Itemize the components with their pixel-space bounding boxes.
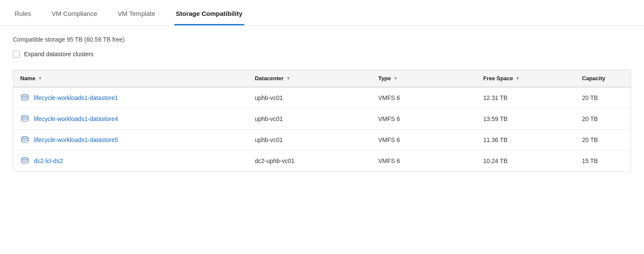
datastore-icon bbox=[20, 156, 30, 166]
cell-type: VMFS 6 bbox=[371, 109, 476, 130]
cell-type: VMFS 6 bbox=[371, 130, 476, 151]
svg-point-0 bbox=[21, 94, 28, 97]
col-header-freespace[interactable]: Free Space ▼ bbox=[476, 70, 575, 87]
col-header-name[interactable]: Name ▼ bbox=[13, 70, 248, 87]
sort-icon-datacenter: ▼ bbox=[286, 76, 291, 81]
datastore-link[interactable]: lifecycle-workloads1-datastore4 bbox=[34, 115, 118, 122]
expand-clusters-checkbox[interactable] bbox=[13, 51, 20, 57]
cell-name: dc2-lcl-ds2 bbox=[13, 151, 248, 172]
tab-bar: Rules VM Compliance VM Template Storage … bbox=[0, 0, 644, 26]
table-row: lifecycle-workloads1-datastore4 uphb-vc0… bbox=[13, 109, 631, 130]
cell-type: VMFS 6 bbox=[371, 87, 476, 109]
main-content: Compatible storage 95 TB (60.59 TB free)… bbox=[0, 26, 644, 182]
datastore-icon bbox=[20, 93, 30, 103]
table-header-row: Name ▼ Datacenter ▼ Type ▼ bbox=[13, 70, 631, 87]
tab-vm-compliance[interactable]: VM Compliance bbox=[50, 10, 99, 25]
datastore-icon bbox=[20, 114, 30, 124]
datastore-icon bbox=[20, 135, 30, 145]
col-header-capacity[interactable]: Capacity bbox=[575, 70, 631, 87]
cell-capacity: 20 TB bbox=[575, 109, 631, 130]
svg-point-2 bbox=[21, 136, 28, 139]
cell-datacenter: uphb-vc01 bbox=[248, 87, 371, 109]
sort-icon-name: ▼ bbox=[38, 76, 42, 81]
cell-capacity: 15 TB bbox=[575, 151, 631, 172]
storage-table-container: Name ▼ Datacenter ▼ Type ▼ bbox=[13, 70, 631, 172]
datastore-link[interactable]: dc2-lcl-ds2 bbox=[34, 157, 63, 164]
sort-icon-freespace: ▼ bbox=[516, 76, 520, 81]
svg-point-1 bbox=[21, 115, 28, 118]
svg-point-3 bbox=[21, 157, 28, 160]
summary-text: Compatible storage 95 TB (60.59 TB free) bbox=[13, 36, 631, 43]
storage-table: Name ▼ Datacenter ▼ Type ▼ bbox=[13, 70, 631, 171]
col-header-datacenter[interactable]: Datacenter ▼ bbox=[248, 70, 371, 87]
table-row: dc2-lcl-ds2 dc2-uphb-vc01VMFS 610.24 TB1… bbox=[13, 151, 631, 172]
cell-datacenter: uphb-vc01 bbox=[248, 109, 371, 130]
cell-datacenter: dc2-uphb-vc01 bbox=[248, 151, 371, 172]
cell-capacity: 20 TB bbox=[575, 130, 631, 151]
expand-clusters-row[interactable]: Expand datastore clusters bbox=[13, 51, 631, 57]
cell-freespace: 10.24 TB bbox=[476, 151, 575, 172]
table-row: lifecycle-workloads1-datastore5 uphb-vc0… bbox=[13, 130, 631, 151]
cell-freespace: 12.31 TB bbox=[476, 87, 575, 109]
datastore-link[interactable]: lifecycle-workloads1-datastore1 bbox=[34, 94, 118, 101]
expand-clusters-label: Expand datastore clusters bbox=[24, 51, 94, 57]
cell-name: lifecycle-workloads1-datastore5 bbox=[13, 130, 248, 151]
cell-capacity: 20 TB bbox=[575, 87, 631, 109]
tab-rules[interactable]: Rules bbox=[13, 10, 33, 25]
cell-name: lifecycle-workloads1-datastore4 bbox=[13, 109, 248, 130]
tab-vm-template[interactable]: VM Template bbox=[116, 10, 157, 25]
cell-datacenter: uphb-vc01 bbox=[248, 130, 371, 151]
cell-freespace: 13.59 TB bbox=[476, 109, 575, 130]
datastore-link[interactable]: lifecycle-workloads1-datastore5 bbox=[34, 136, 118, 143]
tab-storage-compatibility[interactable]: Storage Compatibility bbox=[174, 10, 244, 25]
cell-name: lifecycle-workloads1-datastore1 bbox=[13, 87, 248, 109]
table-row: lifecycle-workloads1-datastore1 uphb-vc0… bbox=[13, 87, 631, 109]
sort-icon-type: ▼ bbox=[393, 76, 398, 81]
col-header-type[interactable]: Type ▼ bbox=[371, 70, 476, 87]
cell-type: VMFS 6 bbox=[371, 151, 476, 172]
cell-freespace: 11.36 TB bbox=[476, 130, 575, 151]
